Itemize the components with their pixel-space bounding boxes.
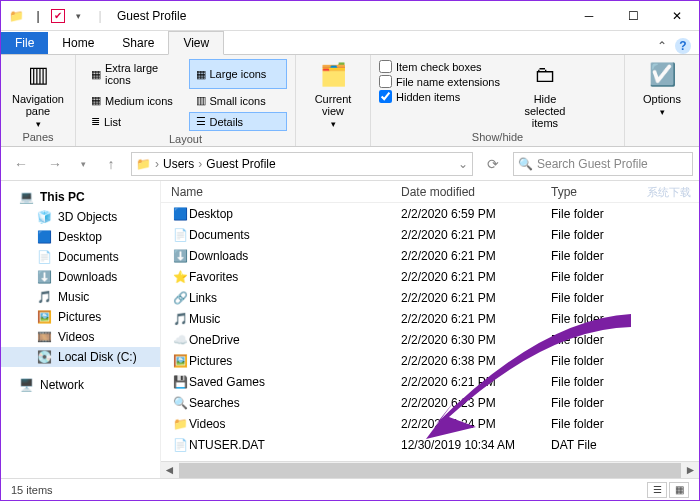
search-box[interactable]: 🔍 Search Guest Profile (513, 152, 693, 176)
nav-videos[interactable]: 🎞️Videos (1, 327, 160, 347)
recent-locations-button[interactable]: ▾ (75, 152, 91, 176)
column-name[interactable]: Name (161, 185, 401, 199)
qat-dropdown-icon[interactable]: ▾ (69, 7, 87, 25)
file-row[interactable]: 💾Saved Games2/2/2020 6:21 PMFile folder (161, 371, 699, 392)
downloads-icon: ⬇️ (37, 270, 52, 284)
scroll-right-icon[interactable]: ► (682, 463, 699, 477)
scroll-left-icon[interactable]: ◄ (161, 463, 178, 477)
file-name: Documents (189, 228, 401, 242)
file-row[interactable]: 🟦Desktop2/2/2020 6:59 PMFile folder (161, 203, 699, 224)
breadcrumb-seg-guest-profile[interactable]: Guest Profile (206, 157, 275, 171)
layout-small[interactable]: ▥Small icons (189, 91, 288, 110)
file-type: File folder (551, 249, 699, 263)
nav-desktop[interactable]: 🟦Desktop (1, 227, 160, 247)
checkbox-hidden-items[interactable]: Hidden items (379, 89, 500, 104)
hide-selected-button[interactable]: 🗀 Hide selected items (516, 59, 574, 129)
checkbox-item-check-boxes[interactable]: Item check boxes (379, 59, 500, 74)
file-type: File folder (551, 354, 699, 368)
file-date: 2/2/2020 6:21 PM (401, 312, 551, 326)
file-name: OneDrive (189, 333, 401, 347)
file-row[interactable]: ☁️OneDrive2/2/2020 6:30 PMFile folder (161, 329, 699, 350)
file-icon: 🖼️ (171, 354, 189, 368)
file-date: 2/2/2020 6:21 PM (401, 249, 551, 263)
file-icon: 🔗 (171, 291, 189, 305)
column-headers[interactable]: Name Date modified Type (161, 181, 699, 203)
file-row[interactable]: 🎵Music2/2/2020 6:21 PMFile folder (161, 308, 699, 329)
scroll-thumb[interactable] (179, 463, 681, 478)
up-button[interactable]: ↑ (97, 152, 125, 176)
file-date: 2/2/2020 6:38 PM (401, 354, 551, 368)
breadcrumb-dropdown-icon[interactable]: ⌄ (458, 157, 468, 171)
file-row[interactable]: ⭐Favorites2/2/2020 6:21 PMFile folder (161, 266, 699, 287)
breadcrumb-seg-users[interactable]: Users (163, 157, 194, 171)
view-thumbnails-button[interactable]: ▦ (669, 482, 689, 498)
nav-downloads[interactable]: ⬇️Downloads (1, 267, 160, 287)
navigation-pane-icon: ▥ (22, 59, 54, 91)
close-button[interactable]: ✕ (655, 1, 699, 31)
ribbon-group-layout: ▦Extra large icons ▦Large icons ▦Medium … (76, 55, 296, 146)
search-placeholder: Search Guest Profile (537, 157, 648, 171)
view-details-button[interactable]: ☰ (647, 482, 667, 498)
qat-separator: | (29, 7, 47, 25)
navigation-pane-button[interactable]: ▥ Navigation pane ▾ (9, 59, 67, 129)
tab-view[interactable]: View (168, 31, 224, 55)
file-icon: 🎵 (171, 312, 189, 326)
search-icon: 🔍 (518, 157, 533, 171)
ribbon: ▥ Navigation pane ▾ Panes ▦Extra large i… (1, 55, 699, 147)
nav-local-disk[interactable]: 💽Local Disk (C:) (1, 347, 160, 367)
file-row[interactable]: 🖼️Pictures2/2/2020 6:38 PMFile folder (161, 350, 699, 371)
minimize-button[interactable]: ─ (567, 1, 611, 31)
nav-music[interactable]: 🎵Music (1, 287, 160, 307)
breadcrumb[interactable]: 📁 › Users › Guest Profile ⌄ (131, 152, 473, 176)
chevron-right-icon[interactable]: › (198, 157, 202, 171)
file-row[interactable]: 📄Documents2/2/2020 6:21 PMFile folder (161, 224, 699, 245)
tab-home[interactable]: Home (48, 32, 108, 54)
status-item-count: 15 items (11, 484, 53, 496)
options-button[interactable]: ☑️ Options ▾ (633, 59, 691, 117)
forward-button[interactable]: → (41, 152, 69, 176)
layout-list[interactable]: ≣List (84, 112, 183, 131)
nav-this-pc[interactable]: 💻This PC (1, 187, 160, 207)
breadcrumb-pc-icon: 📁 (136, 157, 151, 171)
maximize-button[interactable]: ☐ (611, 1, 655, 31)
chevron-right-icon[interactable]: › (155, 157, 159, 171)
nav-3d-objects[interactable]: 🧊3D Objects (1, 207, 160, 227)
checkbox-file-extensions[interactable]: File name extensions (379, 74, 500, 89)
file-type: File folder (551, 228, 699, 242)
qat-checkbox-icon[interactable]: ✔ (51, 9, 65, 23)
ribbon-group-label-options (633, 128, 691, 144)
layout-extra-large[interactable]: ▦Extra large icons (84, 59, 183, 89)
file-list: 系统下载 Name Date modified Type 🟦Desktop2/2… (161, 181, 699, 478)
file-icon: 💾 (171, 375, 189, 389)
help-icon[interactable]: ? (675, 38, 691, 54)
nav-pictures[interactable]: 🖼️Pictures (1, 307, 160, 327)
tab-share[interactable]: Share (108, 32, 168, 54)
disk-icon: 💽 (37, 350, 52, 364)
tab-file[interactable]: File (1, 32, 48, 54)
qat-divider: | (91, 7, 109, 25)
file-row[interactable]: ⬇️Downloads2/2/2020 6:21 PMFile folder (161, 245, 699, 266)
file-row[interactable]: 📄NTUSER.DAT12/30/2019 10:34 AMDAT File (161, 434, 699, 455)
file-type: File folder (551, 207, 699, 221)
refresh-button[interactable]: ⟳ (479, 152, 507, 176)
file-row[interactable]: 📁Videos2/2/2020 6:24 PMFile folder (161, 413, 699, 434)
layout-large[interactable]: ▦Large icons (189, 59, 288, 89)
ribbon-collapse-icon[interactable]: ⌃ (657, 39, 667, 53)
nav-documents[interactable]: 📄Documents (1, 247, 160, 267)
file-row[interactable]: 🔍Searches2/2/2020 6:23 PMFile folder (161, 392, 699, 413)
layout-medium[interactable]: ▦Medium icons (84, 91, 183, 110)
file-type: File folder (551, 291, 699, 305)
file-date: 2/2/2020 6:30 PM (401, 333, 551, 347)
pictures-icon: 🖼️ (37, 310, 52, 324)
file-name: Saved Games (189, 375, 401, 389)
file-row[interactable]: 🔗Links2/2/2020 6:21 PMFile folder (161, 287, 699, 308)
file-date: 2/2/2020 6:21 PM (401, 228, 551, 242)
nav-network[interactable]: 🖥️Network (1, 375, 160, 395)
file-date: 2/2/2020 6:21 PM (401, 375, 551, 389)
back-button[interactable]: ← (7, 152, 35, 176)
file-icon: 📄 (171, 438, 189, 452)
column-date[interactable]: Date modified (401, 185, 551, 199)
horizontal-scrollbar[interactable]: ◄ ► (161, 461, 699, 478)
current-view-button[interactable]: 🗂️ Current view ▾ (304, 59, 362, 129)
layout-details[interactable]: ☰Details (189, 112, 288, 131)
